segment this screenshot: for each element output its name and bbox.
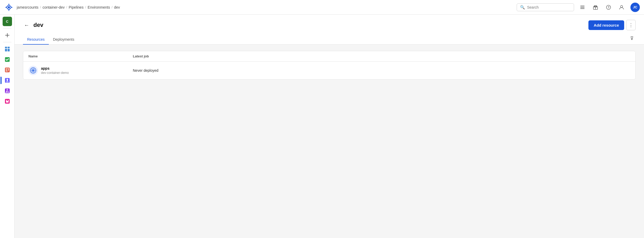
svg-point-1 (8, 6, 10, 8)
org-initial: C (6, 20, 8, 23)
main-layout: C (0, 15, 644, 238)
page-title: dev (33, 22, 43, 28)
resources-table: Name Latest job (23, 51, 636, 80)
svg-rect-6 (580, 6, 585, 6)
help-icon: ? (606, 5, 611, 10)
sidebar-item-lab[interactable] (3, 86, 12, 96)
svg-rect-27 (6, 82, 9, 82)
search-icon: 🔍 (520, 5, 525, 10)
breadcrumb-pipelines[interactable]: Pipelines (69, 5, 84, 9)
breadcrumb-sep-0: / (40, 5, 41, 9)
user-avatar[interactable]: JC (630, 3, 640, 12)
sidebar-item-add[interactable] (3, 31, 12, 40)
sidebar: C (0, 15, 15, 238)
resource-name-col: apps dev-container-demo (28, 66, 133, 75)
column-header-name: Name (28, 54, 133, 58)
breadcrumb-sep-2: / (85, 5, 86, 9)
svg-rect-7 (580, 7, 585, 8)
deploy-icon (4, 78, 10, 83)
svg-rect-22 (5, 68, 10, 72)
back-button[interactable]: ← (23, 21, 30, 29)
svg-rect-17 (5, 47, 7, 48)
breadcrumb-current: dev (114, 5, 120, 9)
kubernetes-icon (30, 67, 36, 74)
breadcrumb-project[interactable]: container-dev (43, 5, 65, 9)
package-icon (4, 98, 10, 104)
resource-job: Never deployed (133, 68, 630, 73)
svg-point-35 (32, 70, 34, 71)
checks-icon (4, 57, 10, 62)
git-icon (4, 67, 10, 73)
sidebar-divider-2 (3, 42, 11, 42)
resource-subname: dev-container-demo (41, 71, 69, 75)
breadcrumb-environments[interactable]: Environments (88, 5, 110, 9)
svg-rect-18 (8, 47, 10, 48)
svg-rect-19 (5, 49, 7, 51)
sidebar-item-package[interactable] (3, 97, 12, 106)
lab-icon (4, 88, 10, 94)
tab-resources[interactable]: Resources (23, 35, 49, 45)
page-title-left: ← dev (23, 21, 43, 29)
sidebar-divider-1 (3, 28, 11, 28)
active-indicator (1, 77, 2, 84)
svg-point-29 (7, 91, 7, 92)
user-icon (619, 5, 624, 10)
svg-rect-20 (8, 49, 10, 51)
svg-point-14 (621, 5, 623, 8)
breadcrumb-sep-1: / (66, 5, 67, 9)
help-icon-btn[interactable]: ? (604, 3, 613, 11)
resource-name: apps (41, 66, 69, 70)
page-body: Name Latest job (15, 45, 644, 238)
breadcrumb-sep-3: / (111, 5, 112, 9)
sidebar-item-boards[interactable] (3, 44, 12, 54)
gift-icon (593, 5, 598, 10)
sidebar-item-deploy[interactable] (3, 76, 12, 85)
filter-button[interactable]: ⊽ (628, 34, 636, 42)
sidebar-item-git[interactable] (3, 65, 12, 75)
resource-icon (28, 66, 38, 75)
svg-text:?: ? (608, 6, 610, 9)
sidebar-item-checks[interactable] (3, 55, 12, 64)
list-icon-btn[interactable] (578, 3, 587, 11)
filter-icon: ⊽ (630, 36, 634, 41)
page-header: ← dev Add resource ⋮ Resources Deploymen… (15, 15, 644, 45)
resource-info: apps dev-container-demo (41, 66, 69, 75)
list-icon (580, 5, 585, 10)
top-nav: jamesrcounts / container-dev / Pipelines… (0, 0, 644, 15)
column-header-job: Latest job (133, 54, 630, 58)
svg-point-25 (6, 70, 7, 72)
breadcrumb: jamesrcounts / container-dev / Pipelines… (17, 5, 517, 9)
table-row[interactable]: apps dev-container-demo Never deployed (23, 62, 635, 79)
svg-rect-32 (7, 100, 8, 101)
tab-deployments[interactable]: Deployments (49, 35, 79, 45)
sidebar-item-org[interactable]: C (3, 17, 12, 26)
boards-icon (4, 46, 10, 52)
search-bar[interactable]: 🔍 (517, 3, 574, 11)
table-header-row: Name Latest job (23, 51, 635, 62)
content-area: ← dev Add resource ⋮ Resources Deploymen… (15, 15, 644, 238)
more-options-button[interactable]: ⋮ (626, 20, 636, 30)
add-resource-button[interactable]: Add resource (588, 20, 624, 30)
plus-icon (5, 33, 10, 38)
svg-point-23 (6, 68, 7, 69)
user-icon-btn[interactable] (617, 3, 626, 11)
more-dots-icon: ⋮ (629, 22, 633, 28)
svg-rect-8 (580, 8, 585, 9)
gift-icon-btn[interactable] (591, 3, 600, 11)
tabs: Resources Deployments (23, 35, 79, 44)
nav-icons: ? JC (578, 3, 640, 12)
app-logo[interactable] (4, 3, 14, 12)
search-input[interactable] (527, 5, 571, 9)
page-title-actions: Add resource ⋮ (588, 20, 636, 30)
page-title-row: ← dev Add resource ⋮ (23, 20, 636, 30)
breadcrumb-org[interactable]: jamesrcounts (17, 5, 38, 9)
